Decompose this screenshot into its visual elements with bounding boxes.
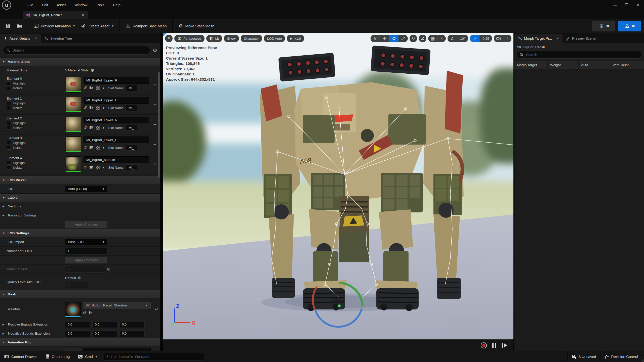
chevron-down-icon[interactable]: ▼ (102, 107, 105, 109)
browse-icon[interactable] (89, 146, 93, 150)
bounds-y-field[interactable]: 0.0 (92, 321, 117, 328)
add-override-icon[interactable]: ⊕ (107, 266, 110, 272)
angle-snap-icon[interactable]: ∠ (448, 35, 457, 42)
isolate-checkbox[interactable] (7, 86, 11, 90)
material-thumbnail[interactable] (66, 97, 81, 112)
skeleton-asset-shortcut-button[interactable]: ✱ (592, 21, 615, 31)
isolate-checkbox[interactable] (7, 106, 11, 110)
section-mesh[interactable]: ▼ Mesh (0, 290, 160, 298)
sections-row[interactable]: ▶Sections (0, 202, 160, 211)
material-options-icon[interactable] (96, 166, 100, 169)
grid-snap-value[interactable]: 4 (438, 35, 446, 42)
morph-target-list[interactable] (514, 69, 644, 351)
reduction-settings-row[interactable]: ▶Reduction Settings (0, 211, 160, 220)
column-auto[interactable]: Auto (579, 61, 610, 69)
add-quality-override-icon[interactable]: ⊕ (78, 275, 82, 281)
tab-asset-details[interactable]: Asset Details ✕ (0, 34, 41, 43)
restore-icon[interactable]: ❐ (621, 0, 632, 10)
browse-to-asset-button[interactable] (14, 21, 25, 32)
section-material-slots[interactable]: ▼ Material Slots (0, 58, 160, 66)
tab-close-icon[interactable]: ✕ (73, 13, 85, 17)
gear-icon[interactable]: ⚙ (153, 47, 157, 53)
menu-tools[interactable]: Tools (92, 0, 109, 10)
section-lod-settings[interactable]: ▼ LOD Settings (0, 229, 160, 237)
rotate-tool-icon[interactable] (389, 35, 398, 42)
highlight-checkbox[interactable] (7, 161, 11, 165)
slot-name-field[interactable]: MI_ (126, 105, 137, 111)
preview-viewport[interactable]: A08 (163, 33, 513, 339)
console-command-box[interactable] (104, 353, 204, 360)
asset-tab[interactable]: SK_BigBot_Recall * ✕ (23, 11, 88, 19)
rotation-snap-value[interactable]: 10° (457, 35, 468, 42)
output-log-button[interactable]: Output Log (41, 351, 74, 362)
highlight-checkbox[interactable] (7, 121, 11, 125)
left-splitter[interactable] (160, 33, 163, 351)
use-selected-icon[interactable]: ↺ (84, 165, 87, 169)
record-button[interactable] (481, 342, 487, 348)
grid-snap-icon[interactable]: ▦ (428, 35, 438, 42)
section-lod0[interactable]: ▼ LOD 0 (0, 194, 160, 202)
material-name-field[interactable]: MI_BigBot_Lower_L (84, 137, 149, 143)
search-input[interactable] (13, 48, 147, 52)
minimize-icon[interactable]: — (609, 0, 621, 10)
number-of-lods-field[interactable]: 1 (65, 248, 107, 254)
chevron-down-icon[interactable]: ▼ (102, 87, 105, 89)
move-tool-icon[interactable] (380, 35, 389, 42)
quality-min-lod-field[interactable]: 0 (65, 282, 88, 288)
bounds-z-field[interactable]: 0.0 (119, 321, 145, 328)
make-static-mesh-button[interactable]: Make Static Mesh (175, 21, 217, 32)
skeleton-dropdown[interactable]: SK_BigBot_Recall_Skeleton ▼ (83, 302, 151, 309)
expand-triangle-icon[interactable]: ▶ (3, 323, 5, 326)
material-options-icon[interactable] (96, 146, 100, 150)
reimport-base-mesh-button[interactable]: Reimport Base Mesh (122, 21, 170, 32)
browse-icon[interactable] (89, 126, 93, 130)
create-asset-button[interactable]: Create Asset ▼ (78, 21, 117, 32)
browse-icon[interactable] (89, 86, 93, 90)
perspective-button[interactable]: Perspective (174, 35, 205, 42)
lod-auto-button[interactable]: LOD Auto (264, 35, 285, 42)
material-name-field[interactable]: MI_BigBot_Upper_L (84, 97, 149, 104)
use-selected-icon[interactable]: ↺ (83, 311, 86, 315)
menu-asset[interactable]: Asset (52, 0, 70, 10)
isolate-checkbox[interactable] (7, 126, 11, 130)
use-selected-icon[interactable]: ↺ (84, 146, 87, 150)
material-options-icon[interactable] (96, 126, 100, 130)
character-button[interactable]: Character (241, 35, 262, 42)
column-morph-target[interactable]: Morph Target (514, 61, 548, 69)
expand-triangle-icon[interactable]: ▶ (3, 205, 5, 208)
material-name-field[interactable]: MI_BigBot_Upper_R (84, 77, 149, 84)
bounds-x-field[interactable]: 0.0 (65, 321, 90, 328)
camera-speed-value[interactable]: 4 (503, 35, 511, 42)
section-animation-rig[interactable]: ▼ Animation Rig (0, 338, 160, 346)
scale-snap-value[interactable]: 0.25 (479, 35, 492, 42)
chevron-down-icon[interactable]: ▼ (102, 166, 105, 169)
morph-search-input[interactable] (526, 53, 639, 57)
apply-changes-button[interactable]: Apply Changes (65, 221, 107, 228)
material-options-icon[interactable] (96, 106, 100, 110)
select-tool-icon[interactable] (371, 35, 380, 42)
minimum-lod-field[interactable]: 0 (65, 266, 105, 273)
reset-to-default-icon[interactable]: ↩ (153, 162, 157, 166)
scale-snap-icon[interactable]: ↗ (470, 35, 479, 42)
section-lod-picker[interactable]: ▼ LOD Picker (0, 176, 160, 184)
bounds-x-field[interactable]: 0.0 (65, 330, 90, 337)
viewport-menu-button[interactable]: ≡ (165, 35, 173, 42)
step-forward-button[interactable] (502, 343, 507, 348)
slot-name-field[interactable]: MI_ (126, 125, 137, 131)
material-options-icon[interactable] (96, 86, 100, 90)
use-selected-icon[interactable]: ↺ (84, 106, 87, 110)
revision-control-button[interactable]: Revision Control (600, 351, 644, 362)
slot-name-field[interactable]: MI_ (126, 164, 137, 170)
reset-to-default-icon[interactable]: ↩ (155, 307, 158, 311)
unsaved-button[interactable]: ✱ 3 Unsaved (568, 351, 600, 362)
lit-button[interactable]: Lit (206, 35, 222, 42)
asset-details-searchbox[interactable] (3, 46, 150, 55)
tab-close-icon[interactable]: ✕ (35, 37, 37, 40)
tab-morph-target-preview[interactable]: Morph Target Pr... ✕ (514, 34, 562, 43)
lod-dropdown[interactable]: Auto (LOD0) ▼ (65, 185, 107, 192)
isolate-checkbox[interactable] (7, 146, 11, 150)
browse-icon[interactable] (89, 311, 93, 315)
camera-icon[interactable] (494, 35, 503, 42)
highlight-checkbox[interactable] (7, 81, 11, 85)
tab-preview-scene-settings[interactable]: Preview Scene... (562, 34, 602, 43)
